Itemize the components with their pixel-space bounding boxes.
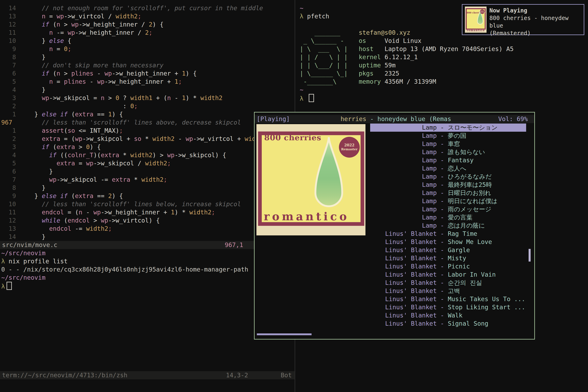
desktop: 14 // not enough room for 'scrolloff', p… (0, 0, 588, 392)
playlist-row[interactable]: Lamp - Fantasy (370, 156, 526, 164)
playlist-row[interactable]: Linus' Blanket - Rag Time (370, 230, 526, 238)
notification-text: Now Playing 800 cherries - honeydew blue… (486, 5, 584, 34)
statusline-ruler: 967,1 (225, 241, 243, 249)
album-art-thumbnail: 800 cherries 2022 Remaster romantico (465, 6, 486, 33)
album-art: 800 cherries 2022 Remaster romantico (256, 124, 366, 236)
playlist-scrollbar[interactable] (528, 249, 531, 262)
playlist-row[interactable]: Linus' Blanket - Picnic (370, 262, 526, 270)
notification-track: 800 cherries - honeydew blue (490, 14, 584, 30)
terminal-statusline-filename: term://~/src/neovim//4713:/bin/zsh (2, 371, 128, 379)
code-buffer: 14 // not enough room for 'scrolloff', p… (1, 4, 285, 241)
music-player-window[interactable]: [Playing] herries - honeydew blue (Remas… (254, 112, 535, 340)
playlist-row[interactable]: Linus' Blanket - Signal Song (370, 320, 526, 328)
album-title-label: romantico (467, 26, 485, 33)
playlist-row[interactable]: Linus' Blanket - 순간의 진실 (370, 279, 526, 287)
remaster-badge: 2022 Remaster (339, 137, 360, 158)
nvim-statusline: src/nvim/move.c 967,1 (0, 241, 294, 249)
playlist-row[interactable]: Lamp - 誰も知らない (370, 148, 526, 156)
now-playing-notification[interactable]: 800 cherries 2022 Remaster romantico Now… (462, 4, 584, 35)
terminal-statusline: term://~/src/neovim//4713:/bin/zsh 14,3-… (0, 371, 294, 379)
player-scrolling-title: herries - honeydew blue (Remas (340, 115, 451, 123)
playlist-row[interactable]: Lamp - 愛の言葉 (370, 213, 526, 222)
playlist-row[interactable]: Lamp - 日曜日のお別れ (370, 189, 526, 197)
playlist-row[interactable]: Lamp - スロ〜モ〜ション (370, 124, 526, 132)
playlist-row[interactable]: Lamp - 車窓 (370, 140, 526, 148)
notification-title: Now Playing (490, 7, 584, 14)
playlist-row[interactable]: Linus' Blanket - Gargle (370, 246, 526, 254)
playlist-row[interactable]: Lamp - 夢の国 (370, 132, 526, 140)
terminal-statusline-ruler: 14,3-2 (226, 371, 248, 379)
player-state: [Playing] (257, 115, 290, 123)
playlist-row[interactable]: Lamp - 雨のメッセージ (370, 205, 526, 213)
album-title-label: romantico (264, 212, 349, 220)
embedded-terminal[interactable]: ~/src/neovimλ nix profile list0 - - /nix… (1, 249, 248, 290)
notification-track-suffix: (Remastered) (490, 30, 584, 37)
playlist-row[interactable]: Linus' Blanket - Misty (370, 254, 526, 262)
playlist-row[interactable]: Linus' Blanket - Music Takes Us To ... (370, 295, 526, 303)
track-progress-bar[interactable] (257, 334, 312, 335)
remaster-badge: 2022 Remaster (480, 10, 484, 14)
player-header: [Playing] herries - honeydew blue (Remas… (254, 115, 534, 123)
playlist-row[interactable]: Linus' Blanket - Show Me Love (370, 238, 526, 246)
playlist-row[interactable]: Linus' Blanket - Stop Liking Start ... (370, 303, 526, 311)
nvim-code-pane[interactable]: 14 // not enough room for 'scrolloff', p… (0, 0, 294, 392)
playlist-row[interactable]: Lamp - ひろがるなみだ (370, 172, 526, 181)
statusline-filename: src/nvim/move.c (2, 241, 57, 249)
playlist-row[interactable]: Lamp - 最終列車は25時 (370, 181, 526, 189)
playlist-row[interactable]: Lamp - 恋人へ (370, 164, 526, 172)
playlist-row[interactable]: Lamp - 恋は月の蔭に (370, 222, 526, 230)
player-volume[interactable]: Vol: 69% (498, 115, 528, 123)
playlist: Lamp - スロ〜モ〜ションLamp - 夢の国Lamp - 車窓Lamp -… (370, 124, 526, 328)
terminal-statusline-position: Bot (281, 371, 292, 379)
playlist-row[interactable]: Lamp - 明日になれば僕は (370, 197, 526, 205)
playlist-row[interactable]: Linus' Blanket - 고백 (370, 287, 526, 295)
playlist-row[interactable]: Linus' Blanket - Labor In Vain (370, 270, 526, 279)
playlist-row[interactable]: Linus' Blanket - Walk (370, 311, 526, 320)
